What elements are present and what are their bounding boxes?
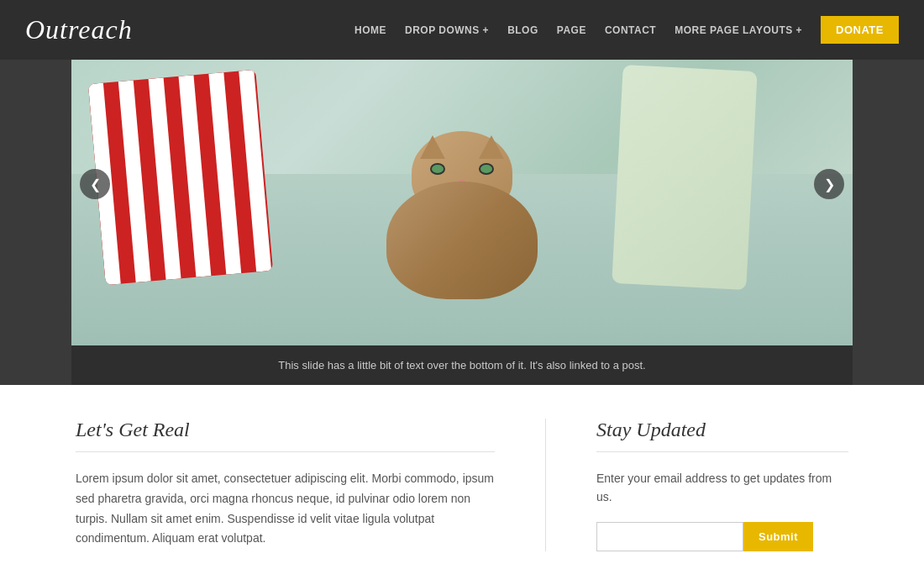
nav-page[interactable]: PAGE	[557, 24, 586, 36]
nav-blog[interactable]: BLOG	[507, 24, 538, 36]
email-input[interactable]	[596, 522, 743, 551]
cat-ear-left	[420, 135, 445, 159]
nav-more[interactable]: MORE PAGE LAYOUTS +	[675, 24, 802, 36]
right-column: Stay Updated Enter your email address to…	[596, 419, 848, 551]
hero-caption-bar: This slide has a little bit of text over…	[71, 345, 853, 385]
submit-button[interactable]: Submit	[743, 522, 813, 551]
hero-image-inner: ❮ ❯	[71, 60, 853, 345]
cat-body-main	[386, 182, 538, 299]
left-divider	[76, 451, 495, 452]
email-form: Submit	[596, 522, 848, 551]
hero-container: ❮ ❯ This slide has a little bit of text …	[71, 60, 853, 385]
cat-eye-left	[430, 163, 445, 175]
header: Outreach HOME DROP DOWNS + BLOG PAGE CON…	[0, 0, 924, 60]
right-divider	[596, 451, 848, 452]
right-body-text: Enter your email address to get updates …	[596, 469, 848, 507]
hero-image: ❮ ❯	[71, 60, 853, 345]
left-body-text: Lorem ipsum dolor sit amet, consectetuer…	[76, 469, 495, 549]
left-column: Let's Get Real Lorem ipsum dolor sit ame…	[76, 419, 546, 551]
logo: Outreach	[25, 14, 133, 45]
arrow-left-button[interactable]: ❮	[80, 169, 110, 199]
nav-home[interactable]: HOME	[354, 24, 386, 36]
right-title: Stay Updated	[596, 419, 848, 441]
donate-button[interactable]: DONATE	[821, 16, 899, 44]
nav: HOME DROP DOWNS + BLOG PAGE CONTACT MORE…	[354, 16, 899, 44]
cat-ear-right	[479, 135, 504, 159]
left-title: Let's Get Real	[76, 419, 495, 441]
cat-eye-right	[479, 163, 494, 175]
content-section: Let's Get Real Lorem ipsum dolor sit ame…	[0, 385, 924, 585]
hero-caption-text: This slide has a little bit of text over…	[88, 359, 836, 372]
red-pillow	[88, 70, 273, 286]
hero-wrapper: ❮ ❯ This slide has a little bit of text …	[0, 60, 924, 385]
arrow-right-button[interactable]: ❯	[814, 169, 844, 199]
cat	[370, 131, 554, 299]
nav-dropdowns[interactable]: DROP DOWNS +	[405, 24, 489, 36]
nav-contact[interactable]: CONTACT	[605, 24, 656, 36]
cream-pillow	[612, 65, 757, 290]
